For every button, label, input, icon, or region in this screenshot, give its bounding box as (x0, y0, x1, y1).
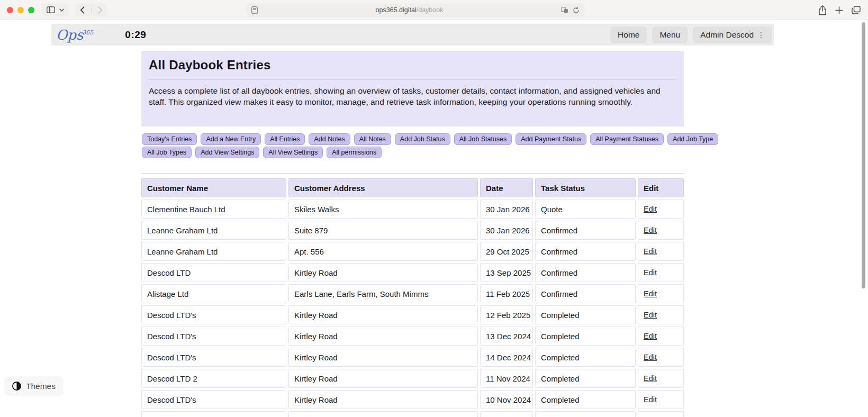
toolbar-pill-all-permissions[interactable]: All permissions (327, 147, 382, 158)
chrome-toolbar-right (818, 0, 861, 20)
cell-edit: Edit (638, 327, 684, 346)
cell-task-status: Confirmed (535, 284, 636, 303)
edit-link[interactable]: Edit (644, 332, 657, 340)
toolbar-pill-add-view-settings[interactable]: Add View Settings (195, 147, 259, 158)
close-icon[interactable] (7, 7, 13, 13)
page-scrollbar[interactable] (862, 22, 865, 288)
app-nav: Home Menu Admin Descod⋮ (610, 26, 772, 43)
cell-date (480, 411, 533, 417)
themes-button[interactable]: Themes (4, 376, 64, 396)
admin-account-button[interactable]: Admin Descod⋮ (693, 26, 772, 43)
edit-link[interactable]: Edit (644, 374, 657, 383)
cell-date: 11 Feb 2025 (480, 284, 533, 303)
cell-customer-name: Descod LTD's (141, 348, 286, 367)
cell-date: 14 Dec 2024 (480, 348, 533, 367)
cell-edit: Edit (638, 221, 684, 240)
cell-customer-address (288, 411, 478, 417)
cell-date: 11 Nov 2024 (480, 369, 533, 388)
url-text: ops365.digital/daybook (258, 6, 561, 14)
toolbar-pill-add-payment-status[interactable]: Add Payment Status (516, 133, 586, 145)
address-bar[interactable]: ops365.digital/daybook (246, 3, 585, 17)
cell-edit: Edit (638, 284, 684, 303)
cell-customer-name: Descod LTD 2 (141, 369, 286, 388)
cell-customer-address: Kirtley Road (288, 263, 478, 282)
toolbar-pill-today-s-entries[interactable]: Today's Entries (142, 133, 197, 145)
cell-customer-name: Clementine Bauch Ltd (141, 200, 286, 219)
nav-divider (91, 6, 92, 14)
cell-date: 13 Dec 2024 (480, 327, 533, 346)
ops365-logo[interactable]: Ops365 (56, 28, 93, 42)
menu-button[interactable]: Menu (652, 26, 688, 43)
cell-customer-name: Leanne Graham Ltd (141, 221, 286, 240)
half-moon-contrast-icon (12, 382, 21, 391)
back-icon[interactable] (80, 6, 85, 14)
edit-link[interactable]: Edit (644, 247, 657, 256)
cell-date: 10 Nov 2024 (480, 390, 533, 409)
cell-customer-name: Descod LTD's (141, 327, 286, 346)
cell-edit (638, 411, 684, 417)
reload-icon[interactable] (573, 7, 580, 14)
app-header: Ops365 0:29 Home Menu Admin Descod⋮ (51, 24, 774, 46)
edit-link[interactable]: Edit (644, 289, 657, 298)
cell-edit: Edit (638, 390, 684, 409)
edit-link[interactable]: Edit (644, 205, 657, 213)
sidebar-icon[interactable] (47, 6, 55, 13)
cell-edit: Edit (638, 305, 684, 324)
cell-task-status: Completed (535, 390, 636, 409)
toolbar-pill-add-job-type[interactable]: Add Job Type (667, 133, 718, 145)
cell-task-status: Confirmed (535, 242, 636, 261)
action-pill-toolbar: Today's EntriesAdd a New EntryAll Entrie… (142, 133, 687, 158)
tab-overview-icon[interactable] (852, 6, 861, 14)
cell-edit: Edit (638, 200, 684, 219)
themes-label: Themes (26, 382, 56, 391)
page-icon (251, 6, 258, 14)
cell-task-status: Completed (535, 305, 636, 324)
zoom-icon[interactable] (28, 7, 34, 13)
share-icon[interactable] (818, 5, 827, 15)
toolbar-pill-add-notes[interactable]: Add Notes (309, 133, 350, 145)
cell-edit: Edit (638, 242, 684, 261)
edit-link[interactable]: Edit (644, 226, 657, 234)
forward-icon[interactable] (98, 6, 103, 14)
toolbar-pill-all-payment-statuses[interactable]: All Payment Statuses (590, 133, 664, 145)
edit-link[interactable]: Edit (644, 268, 657, 277)
toolbar-pill-add-a-new-entry[interactable]: Add a New Entry (201, 133, 261, 145)
cell-customer-address: Kirtley Road (288, 327, 478, 346)
toolbar-pill-all-view-settings[interactable]: All View Settings (263, 147, 323, 158)
cell-customer-address: Kirtley Road (288, 305, 478, 324)
minimize-icon[interactable] (17, 7, 24, 13)
cell-date: 30 Jan 2026 (480, 221, 533, 240)
session-timer: 0:29 (125, 29, 146, 41)
translate-icon[interactable] (561, 7, 568, 13)
cell-customer-address: Suite 879 (288, 221, 478, 240)
table-top-divider (141, 173, 684, 174)
kebab-menu-icon: ⋮ (757, 31, 765, 39)
daybook-entries-table: Customer NameCustomer AddressDateTask St… (141, 178, 684, 417)
cell-task-status: Confirmed (535, 263, 636, 282)
cell-date: 30 Jan 2026 (480, 200, 533, 219)
panel-divider (149, 79, 676, 80)
toolbar-pill-all-notes[interactable]: All Notes (354, 133, 391, 145)
page-description: Access a complete list of all daybook en… (149, 86, 676, 107)
new-tab-icon[interactable] (835, 6, 843, 14)
cell-customer-name: Descod LTD's (141, 305, 286, 324)
cell-edit: Edit (638, 263, 684, 282)
edit-link[interactable]: Edit (644, 311, 657, 319)
toolbar-pill-all-entries[interactable]: All Entries (265, 133, 305, 145)
intro-panel: All Daybook Entries Access a complete li… (141, 51, 684, 126)
home-button[interactable]: Home (610, 26, 647, 43)
cell-task-status: Completed (535, 369, 636, 388)
toolbar-pill-add-job-status[interactable]: Add Job Status (395, 133, 450, 145)
edit-link[interactable]: Edit (644, 353, 657, 361)
toolbar-pill-all-job-statuses[interactable]: All Job Statuses (454, 133, 512, 145)
cell-task-status: Completed (535, 327, 636, 346)
cell-task-status: Confirmed (535, 221, 636, 240)
cell-customer-address: Skiles Walks (288, 200, 478, 219)
cell-customer-name: Descod LTD (141, 263, 286, 282)
history-nav-group (75, 3, 107, 16)
toolbar-pill-all-job-types[interactable]: All Job Types (142, 147, 192, 158)
chevron-down-icon[interactable] (59, 8, 64, 12)
column-header-task-status: Task Status (535, 178, 636, 197)
cell-date: 29 Oct 2025 (480, 242, 533, 261)
edit-link[interactable]: Edit (644, 395, 657, 404)
